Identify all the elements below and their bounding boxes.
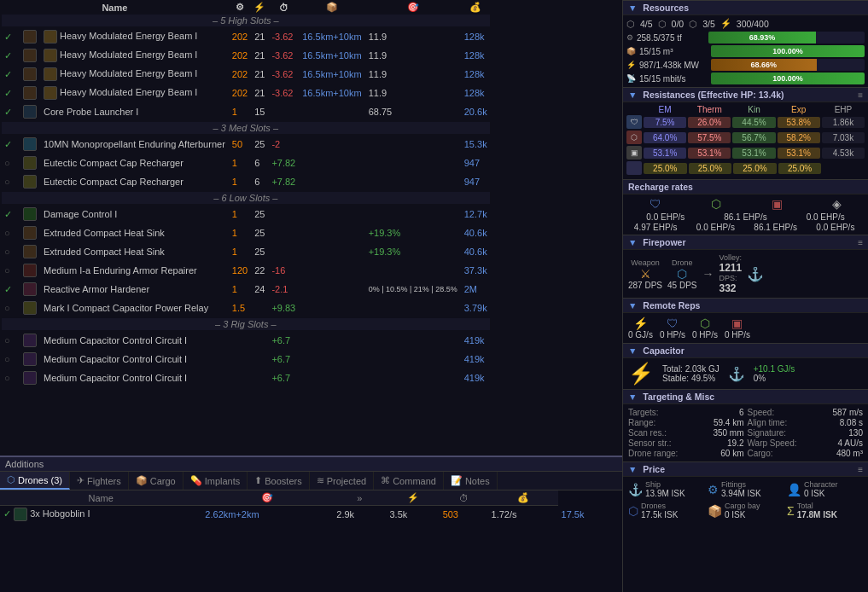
table-row[interactable]: ✓ Damage Control I 1 25 12.7k — [2, 206, 490, 223]
table-row[interactable]: ✓ Heavy Modulated Energy Beam I 202 21 -… — [2, 47, 490, 64]
status-icon: ○ — [4, 177, 10, 187]
cal-pct: 100.00% — [772, 74, 803, 83]
price-fittings-row: ⚙ Fittings 3.94M ISK — [708, 480, 784, 498]
projected-icon: ≋ — [317, 475, 324, 486]
list-item[interactable]: ✓ 3x Hobgoblin I 2.62km+2km 2.9k 3.5k 50… — [0, 506, 622, 524]
resist-menu-icon[interactable]: ≡ — [858, 90, 863, 100]
fp-weapon-dps: 287 DPS — [628, 281, 662, 290]
item-name: Eutectic Compact Cap Recharger — [44, 177, 184, 187]
section-med-slots: – 3 Med Slots – — [2, 122, 490, 134]
val4 — [366, 299, 460, 316]
drone-col6: 17.5k — [558, 506, 622, 524]
add-col-4: ⏱ — [440, 490, 488, 506]
pw-row: ⚡ 987/1.438k MW 68.66% — [626, 59, 865, 71]
tab-implants-label: Implants — [205, 476, 241, 486]
price: 128k — [462, 47, 490, 64]
drone-col5: 1.72/s — [488, 506, 558, 524]
armor-exp-val: 58.2% — [778, 132, 820, 143]
val1: 1 — [230, 103, 250, 120]
range — [300, 243, 364, 260]
firepower-menu-icon[interactable]: ≡ — [858, 238, 863, 247]
table-row[interactable]: ○ Eutectic Compact Cap Recharger 1 6 +7.… — [2, 154, 490, 171]
price: 37.3k — [462, 262, 490, 279]
table-row[interactable]: ○ Mark I Compact Capacitor Power Relay 1… — [2, 299, 490, 316]
price: 15.3k — [462, 136, 490, 153]
price-menu-icon[interactable]: ≡ — [858, 465, 863, 474]
pw-icon: ⚡ — [626, 61, 636, 69]
status-icon: ✓ — [4, 209, 12, 219]
tab-implants[interactable]: 💊 Implants — [184, 472, 248, 490]
fp-weapon-label: Weapon — [631, 258, 659, 267]
item-name: Medium Capacitor Control Circuit I — [44, 335, 187, 345]
item-name: Heavy Modulated Energy Beam I — [60, 68, 197, 78]
table-row[interactable]: ✓ Heavy Modulated Energy Beam I 202 21 -… — [2, 28, 490, 45]
recharge-icons-row: 🛡 ⬡ ▣ ◈ — [626, 197, 865, 211]
price-ship-row: ⚓ Ship 13.9M ISK — [628, 480, 704, 498]
table-row[interactable]: ○ Medium I-a Enduring Armor Repairer 120… — [2, 262, 490, 279]
range — [300, 154, 364, 171]
rm-shield-icon: 🛡 — [667, 316, 679, 330]
range — [300, 173, 364, 190]
recharge-content: 🛡 ⬡ ▣ ◈ 0.0 EHP/s 86.1 EHP/s 0.0 EHP/s 4… — [623, 194, 868, 235]
table-row[interactable]: ✓ Reactive Armor Hardener 1 24 -2.1 0% |… — [2, 281, 490, 298]
table-row[interactable]: ○ Medium Capacitor Control Circuit I +6.… — [2, 369, 490, 386]
price: 419k — [462, 369, 490, 386]
range: 16.5km+10km — [300, 47, 364, 64]
price: 2M — [462, 281, 490, 298]
table-row[interactable]: ✓ Heavy Modulated Energy Beam I 202 21 -… — [2, 66, 490, 83]
tab-boosters[interactable]: ⬆ Boosters — [248, 472, 309, 490]
tab-notes[interactable]: 📝 Notes — [444, 472, 498, 490]
price: 40.6k — [462, 243, 490, 260]
tab-drones[interactable]: ⬡ Drones (3) — [0, 472, 70, 490]
slots-hi: 4/5 — [640, 19, 653, 29]
table-row[interactable]: ✓ Heavy Modulated Energy Beam I 202 21 -… — [2, 84, 490, 102]
hull-em-val: 53.1% — [644, 148, 686, 159]
cap-rate: +10.1 GJ/s — [754, 364, 795, 374]
val1 — [230, 351, 250, 368]
item-name: Medium Capacitor Control Circuit I — [44, 354, 187, 364]
status-icon: ○ — [4, 265, 10, 276]
table-row[interactable]: ✓ 10MN Monopropellant Enduring Afterburn… — [2, 136, 490, 153]
shield-exp-val: 53.8% — [778, 117, 820, 128]
item-icon — [23, 86, 37, 100]
armor-em-val: 64.0% — [644, 132, 686, 143]
item-name: Extruded Compact Heat Sink — [44, 247, 165, 257]
val3 — [269, 103, 298, 120]
val1 — [230, 332, 250, 349]
val3: -3.62 — [269, 47, 298, 64]
item-name: Heavy Modulated Energy Beam I — [60, 49, 197, 60]
val2: 6 — [252, 173, 267, 190]
tg-align-row: Align time: 8.08 s — [748, 418, 864, 427]
cap-info-block: Total: 2.03k GJ Stable: 49.5% — [662, 364, 719, 383]
tg-scan-row: Scan res.: 350 mm — [628, 428, 744, 438]
drones-val: 17.5k ISK — [641, 510, 678, 519]
tab-cargo[interactable]: 📦 Cargo — [129, 472, 184, 490]
recharge-icon-hull: ▣ — [772, 197, 783, 211]
val4 — [366, 154, 460, 171]
table-row[interactable]: ○ Medium Capacitor Control Circuit I +6.… — [2, 332, 490, 349]
table-row[interactable]: ✓ Core Probe Launcher I 1 15 68.75 20.6k — [2, 103, 490, 120]
total-label: Total — [797, 502, 837, 510]
targeting-arrow-icon: ▼ — [628, 392, 637, 402]
table-row[interactable]: ○ Extruded Compact Heat Sink 1 25 +19.3%… — [2, 243, 490, 260]
table-row[interactable]: ○ Extruded Compact Heat Sink 1 25 +19.3%… — [2, 224, 490, 241]
cpu-bar-fill: 68.93% — [708, 32, 816, 44]
tg-sensor-row: Sensor str.: 19.2 — [628, 438, 744, 448]
recharge-icon-shield: 🛡 — [650, 197, 661, 211]
recharge-row2: 4.97 EHP/s 0.0 EHP/s 86.1 EHP/s 0.0 EHP/… — [626, 223, 865, 232]
val4 — [366, 351, 460, 368]
status-icon: ✓ — [4, 88, 12, 98]
char-info: Character 0 ISK — [804, 480, 838, 498]
additions-panel: Additions ⬡ Drones (3) ✈ Fighters 📦 Carg… — [0, 456, 622, 592]
col-name-header: Name — [2, 2, 228, 13]
table-row[interactable]: ○ Eutectic Compact Cap Recharger 1 6 +7.… — [2, 173, 490, 190]
tg-warp-val: 4 AU/s — [838, 438, 863, 448]
val4 — [366, 262, 460, 279]
col-icon4: 📦 — [300, 2, 364, 13]
tab-projected[interactable]: ≋ Projected — [310, 472, 374, 490]
tab-fighters[interactable]: ✈ Fighters — [70, 472, 129, 490]
table-row[interactable]: ○ Medium Capacitor Control Circuit I +6.… — [2, 351, 490, 368]
tab-command[interactable]: ⌘ Command — [374, 472, 444, 490]
val1: 202 — [230, 28, 250, 45]
item-icon — [23, 137, 37, 151]
